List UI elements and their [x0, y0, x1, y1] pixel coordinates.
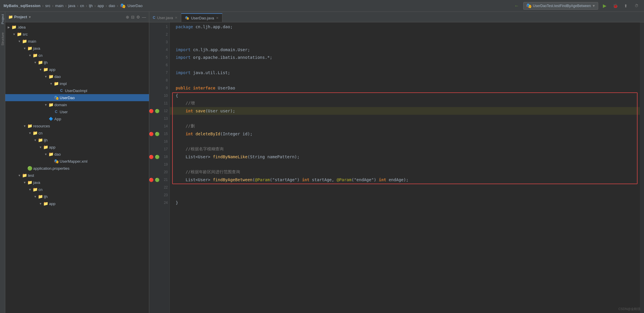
breadcrumb-sep-7: › [106, 4, 107, 8]
tree-file-icon: 📁 [38, 194, 43, 199]
tree-item[interactable]: ▼ 📁 domain [5, 101, 149, 108]
debug-gutter-icon[interactable]: 🔴 [149, 132, 154, 136]
run-gutter-icon[interactable]: 🟢 [155, 155, 160, 159]
tree-item[interactable]: ▼ 📁 ljh [5, 136, 149, 144]
line-number: 10 [161, 94, 168, 98]
gutter-row: 19 [149, 161, 170, 168]
panel-add-icon[interactable]: ⊕ [126, 15, 129, 19]
tree-item[interactable]: ▼ 📁 test [5, 172, 149, 179]
tree-item[interactable]: ▶ 📁 .idea [5, 24, 149, 31]
tree-item[interactable]: ▼ 📁 app [5, 66, 149, 73]
tree-item[interactable]: 🎭 UserMapper.xml [5, 158, 149, 165]
editor-tab-user[interactable]: C User.java ✕ [149, 13, 181, 22]
token-kw: int [302, 177, 309, 182]
tree-item[interactable]: ▼ 📁 dao [5, 73, 149, 80]
token-plain: ( [252, 177, 255, 182]
gutter-row: 9 [149, 84, 170, 92]
run-config-dropdown-arrow[interactable]: ▼ [592, 4, 596, 8]
coverage-button[interactable]: ⬆ [622, 2, 630, 10]
tree-arrow: ▼ [28, 188, 32, 191]
code-content[interactable]: package cn.ljh.app.dao;import cn.ljh.app… [170, 22, 640, 313]
tree-file-icon: 📁 [22, 39, 27, 44]
project-name[interactable]: MyBatis_sqlSession [4, 4, 41, 8]
tree-label: application.properties [33, 166, 70, 171]
code-line: package cn.ljh.app.dao; [170, 23, 640, 31]
tree-item[interactable]: ▼ 📁 cn [5, 52, 149, 59]
line-number: 12 [161, 109, 168, 113]
token-plain: } [176, 200, 178, 205]
tree-item[interactable]: ▼ 📁 java [5, 179, 149, 186]
run-gutter-icon[interactable]: 🟢 [155, 132, 160, 136]
run-gutter-icon[interactable]: 🟢 [155, 178, 160, 182]
tree-item[interactable]: ▼ 📁 java [5, 45, 149, 52]
gutter-row: 22 [149, 184, 170, 191]
panel-settings-icon[interactable]: ⚙ [136, 15, 140, 19]
tree-item[interactable]: ▼ 📁 app [5, 200, 149, 207]
run-button[interactable]: ▶ [601, 2, 609, 10]
tree-arrow: ▼ [43, 103, 48, 106]
run-config-box[interactable]: 🎭 UserDaoTest.testFindByAgeBetween ▼ [523, 2, 598, 10]
tree-item[interactable]: C User [5, 108, 149, 115]
tree-arrow: ▼ [33, 139, 38, 142]
line-number: 8 [161, 78, 168, 82]
tree-file-icon: 📁 [48, 74, 53, 79]
run-gutter-icon[interactable]: 🟢 [155, 109, 160, 113]
token-plain: ("endAge") [351, 177, 379, 182]
gutter-row: 8 [149, 76, 170, 84]
tree-item[interactable]: ▼ 📁 cn [5, 129, 149, 136]
gutter-row: 11 [149, 99, 170, 107]
tab-close-btn[interactable]: ✕ [216, 16, 219, 20]
tab-icon: C [153, 16, 155, 20]
tree-item[interactable]: ▼ 📁 src [5, 31, 149, 38]
gutter-row: 7 [149, 69, 170, 76]
code-line [170, 184, 640, 191]
tree-item[interactable]: ▼ 📁 app [5, 144, 149, 151]
panel-folder-icon: 📁 [8, 15, 13, 19]
tree-item[interactable]: C UserDaoImpl [5, 87, 149, 94]
tree-label: impl [60, 81, 67, 86]
token-plain [176, 109, 186, 113]
debug-gutter-icon[interactable]: 🔴 [149, 178, 154, 182]
tree-item[interactable]: 🟢 application.properties [5, 165, 149, 172]
breadcrumb-userdao: UserDao [128, 4, 142, 8]
code-line [170, 115, 640, 122]
side-tabs: Project Structure [0, 12, 5, 313]
line-number: 16 [161, 139, 168, 144]
tree-item[interactable]: ▼ 📁 dao [5, 151, 149, 158]
line-number: 9 [161, 86, 168, 90]
tree-item[interactable]: ▼ 📁 ljh [5, 193, 149, 200]
tree-file-icon: 📁 [48, 102, 53, 107]
userdao-file-icon: 🎭 [120, 3, 126, 9]
debug-gutter-icon[interactable]: 🔴 [149, 109, 154, 113]
profile-button[interactable]: ⏱ [632, 2, 640, 10]
tree-arrow: ▼ [38, 68, 43, 71]
debug-button[interactable]: 🐞 [611, 2, 619, 10]
code-line [170, 31, 640, 38]
breadcrumb-src: src [45, 4, 50, 8]
side-tab-structure[interactable]: Structure [0, 31, 5, 47]
token-plain [193, 109, 195, 113]
tree-arrow: ▼ [43, 153, 48, 156]
panel-dropdown-icon[interactable]: ▼ [28, 15, 31, 19]
token-kw: int [186, 131, 193, 136]
tree-item[interactable]: ▼ 📁 ljh [5, 59, 149, 66]
tree-item[interactable]: ▼ 📁 impl [5, 80, 149, 87]
panel-hide-icon[interactable]: — [142, 15, 146, 19]
debug-gutter-icon[interactable]: 🔴 [149, 155, 154, 159]
side-tab-project[interactable]: Project [0, 13, 5, 25]
panel-collapse-icon[interactable]: ⊟ [131, 15, 135, 19]
editor-tab-userdao[interactable]: 🎭 UserDao.java ✕ [181, 13, 222, 22]
back-button[interactable]: ← [513, 2, 521, 10]
tree-item[interactable]: 🔷 App [5, 115, 149, 122]
tree-item[interactable]: ▼ 📁 resources [5, 122, 149, 129]
tree-item[interactable]: ▼ 📁 main [5, 38, 149, 45]
line-number: 1 [161, 25, 168, 29]
tree-arrow: ▼ [33, 195, 38, 198]
token-plain: UserDao [215, 86, 235, 90]
tree-item[interactable]: 🎭 UserDao [5, 94, 149, 101]
tree-arrow: ▼ [28, 131, 32, 135]
tab-close-btn[interactable]: ✕ [175, 16, 177, 20]
tree-label: User [60, 110, 68, 114]
tree-item[interactable]: ▼ 📁 cn [5, 186, 149, 193]
tree-file-icon: 📁 [32, 187, 38, 192]
